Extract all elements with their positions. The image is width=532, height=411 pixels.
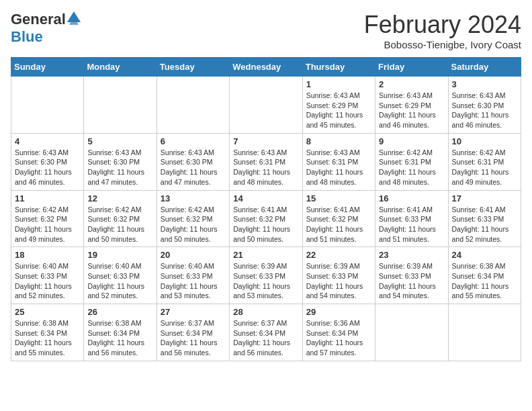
calendar-table: SundayMondayTuesdayWednesdayThursdayFrid… — [11, 57, 521, 361]
day-number: 25 — [15, 307, 80, 317]
day-info: Sunrise: 6:38 AM Sunset: 6:34 PM Dayligh… — [452, 261, 517, 301]
day-info: Sunrise: 6:40 AM Sunset: 6:33 PM Dayligh… — [15, 261, 80, 301]
calendar-cell: 22Sunrise: 6:39 AM Sunset: 6:33 PM Dayli… — [302, 247, 375, 304]
day-info: Sunrise: 6:42 AM Sunset: 6:31 PM Dayligh… — [452, 148, 517, 187]
calendar-cell: 28Sunrise: 6:37 AM Sunset: 6:34 PM Dayli… — [230, 304, 302, 361]
calendar-cell: 1Sunrise: 6:43 AM Sunset: 6:29 PM Daylig… — [302, 77, 375, 134]
day-number: 23 — [379, 250, 444, 260]
calendar-cell: 4Sunrise: 6:43 AM Sunset: 6:30 PM Daylig… — [11, 133, 84, 190]
day-info: Sunrise: 6:43 AM Sunset: 6:31 PM Dayligh… — [233, 148, 298, 187]
calendar-header-row: SundayMondayTuesdayWednesdayThursdayFrid… — [11, 58, 521, 77]
day-number: 28 — [233, 307, 298, 317]
day-info: Sunrise: 6:42 AM Sunset: 6:31 PM Dayligh… — [379, 148, 444, 187]
day-info: Sunrise: 6:43 AM Sunset: 6:30 PM Dayligh… — [161, 148, 226, 187]
calendar-cell: 16Sunrise: 6:41 AM Sunset: 6:33 PM Dayli… — [375, 190, 448, 247]
month-title: February 2024 — [364, 11, 521, 39]
weekday-header: Friday — [375, 58, 448, 77]
day-number: 17 — [452, 193, 517, 203]
calendar-cell — [375, 304, 448, 361]
day-info: Sunrise: 6:43 AM Sunset: 6:30 PM Dayligh… — [452, 91, 517, 130]
weekday-header: Tuesday — [157, 58, 229, 77]
day-number: 16 — [379, 193, 444, 203]
day-info: Sunrise: 6:39 AM Sunset: 6:33 PM Dayligh… — [306, 261, 371, 301]
day-info: Sunrise: 6:43 AM Sunset: 6:30 PM Dayligh… — [15, 148, 80, 187]
calendar-cell: 3Sunrise: 6:43 AM Sunset: 6:30 PM Daylig… — [448, 77, 521, 134]
day-number: 14 — [233, 193, 298, 203]
subtitle: Bobosso-Tienigbe, Ivory Coast — [364, 39, 521, 50]
calendar-cell: 23Sunrise: 6:39 AM Sunset: 6:33 PM Dayli… — [375, 247, 448, 304]
calendar-cell: 12Sunrise: 6:42 AM Sunset: 6:32 PM Dayli… — [84, 190, 157, 247]
calendar-cell: 27Sunrise: 6:37 AM Sunset: 6:34 PM Dayli… — [157, 304, 229, 361]
day-number: 10 — [452, 136, 517, 146]
weekday-header: Saturday — [448, 58, 521, 77]
day-number: 11 — [15, 193, 80, 203]
day-number: 3 — [452, 79, 517, 89]
day-number: 2 — [379, 79, 444, 89]
calendar-cell: 10Sunrise: 6:42 AM Sunset: 6:31 PM Dayli… — [448, 133, 521, 190]
day-number: 19 — [87, 250, 152, 260]
day-number: 22 — [306, 250, 371, 260]
calendar-cell: 5Sunrise: 6:43 AM Sunset: 6:30 PM Daylig… — [84, 133, 157, 190]
logo: General Blue — [11, 11, 81, 46]
title-area: February 2024 Bobosso-Tienigbe, Ivory Co… — [364, 11, 521, 50]
calendar-cell: 15Sunrise: 6:41 AM Sunset: 6:32 PM Dayli… — [302, 190, 375, 247]
calendar-cell: 25Sunrise: 6:38 AM Sunset: 6:34 PM Dayli… — [11, 304, 84, 361]
day-number: 24 — [452, 250, 517, 260]
calendar-cell: 20Sunrise: 6:40 AM Sunset: 6:33 PM Dayli… — [157, 247, 229, 304]
day-number: 18 — [15, 250, 80, 260]
calendar-cell: 18Sunrise: 6:40 AM Sunset: 6:33 PM Dayli… — [11, 247, 84, 304]
calendar-cell: 13Sunrise: 6:42 AM Sunset: 6:32 PM Dayli… — [157, 190, 229, 247]
page-header: General Blue February 2024 Bobosso-Tieni… — [11, 11, 521, 50]
weekday-header: Monday — [84, 58, 157, 77]
calendar-week-row: 11Sunrise: 6:42 AM Sunset: 6:32 PM Dayli… — [11, 190, 521, 247]
day-info: Sunrise: 6:42 AM Sunset: 6:32 PM Dayligh… — [161, 205, 226, 244]
day-info: Sunrise: 6:43 AM Sunset: 6:30 PM Dayligh… — [87, 148, 152, 187]
calendar-cell — [448, 304, 521, 361]
day-number: 8 — [306, 136, 371, 146]
calendar-cell: 9Sunrise: 6:42 AM Sunset: 6:31 PM Daylig… — [375, 133, 448, 190]
day-number: 5 — [87, 136, 152, 146]
day-info: Sunrise: 6:37 AM Sunset: 6:34 PM Dayligh… — [233, 318, 298, 358]
day-number: 21 — [233, 250, 298, 260]
day-info: Sunrise: 6:42 AM Sunset: 6:32 PM Dayligh… — [15, 205, 80, 244]
day-number: 15 — [306, 193, 371, 203]
day-info: Sunrise: 6:38 AM Sunset: 6:34 PM Dayligh… — [15, 318, 80, 358]
calendar-cell: 8Sunrise: 6:43 AM Sunset: 6:31 PM Daylig… — [302, 133, 375, 190]
calendar-cell: 24Sunrise: 6:38 AM Sunset: 6:34 PM Dayli… — [448, 247, 521, 304]
calendar-week-row: 18Sunrise: 6:40 AM Sunset: 6:33 PM Dayli… — [11, 247, 521, 304]
calendar-cell: 17Sunrise: 6:41 AM Sunset: 6:33 PM Dayli… — [448, 190, 521, 247]
calendar-cell — [157, 77, 229, 134]
day-info: Sunrise: 6:40 AM Sunset: 6:33 PM Dayligh… — [87, 261, 152, 301]
day-info: Sunrise: 6:41 AM Sunset: 6:32 PM Dayligh… — [233, 205, 298, 244]
day-info: Sunrise: 6:39 AM Sunset: 6:33 PM Dayligh… — [379, 261, 444, 301]
calendar-cell — [84, 77, 157, 134]
logo-blue: Blue — [11, 28, 43, 45]
calendar-cell: 6Sunrise: 6:43 AM Sunset: 6:30 PM Daylig… — [157, 133, 229, 190]
day-number: 6 — [161, 136, 226, 146]
day-number: 13 — [161, 193, 226, 203]
calendar-cell: 21Sunrise: 6:39 AM Sunset: 6:33 PM Dayli… — [230, 247, 302, 304]
day-number: 1 — [306, 79, 371, 89]
day-info: Sunrise: 6:38 AM Sunset: 6:34 PM Dayligh… — [87, 318, 152, 358]
day-number: 20 — [161, 250, 226, 260]
calendar-week-row: 4Sunrise: 6:43 AM Sunset: 6:30 PM Daylig… — [11, 133, 521, 190]
day-number: 29 — [306, 307, 371, 317]
calendar-week-row: 25Sunrise: 6:38 AM Sunset: 6:34 PM Dayli… — [11, 304, 521, 361]
calendar-cell: 7Sunrise: 6:43 AM Sunset: 6:31 PM Daylig… — [230, 133, 302, 190]
calendar-cell: 11Sunrise: 6:42 AM Sunset: 6:32 PM Dayli… — [11, 190, 84, 247]
day-number: 27 — [161, 307, 226, 317]
logo-general: General — [11, 11, 66, 28]
day-info: Sunrise: 6:43 AM Sunset: 6:29 PM Dayligh… — [306, 91, 371, 130]
day-number: 12 — [87, 193, 152, 203]
calendar-cell: 26Sunrise: 6:38 AM Sunset: 6:34 PM Dayli… — [84, 304, 157, 361]
calendar-cell: 29Sunrise: 6:36 AM Sunset: 6:34 PM Dayli… — [302, 304, 375, 361]
day-info: Sunrise: 6:41 AM Sunset: 6:33 PM Dayligh… — [452, 205, 517, 244]
calendar-cell: 14Sunrise: 6:41 AM Sunset: 6:32 PM Dayli… — [230, 190, 302, 247]
day-info: Sunrise: 6:43 AM Sunset: 6:31 PM Dayligh… — [306, 148, 371, 187]
calendar-week-row: 1Sunrise: 6:43 AM Sunset: 6:29 PM Daylig… — [11, 77, 521, 134]
day-info: Sunrise: 6:37 AM Sunset: 6:34 PM Dayligh… — [161, 318, 226, 358]
weekday-header: Wednesday — [230, 58, 302, 77]
day-info: Sunrise: 6:36 AM Sunset: 6:34 PM Dayligh… — [306, 318, 371, 358]
day-info: Sunrise: 6:43 AM Sunset: 6:29 PM Dayligh… — [379, 91, 444, 130]
day-info: Sunrise: 6:39 AM Sunset: 6:33 PM Dayligh… — [233, 261, 298, 301]
